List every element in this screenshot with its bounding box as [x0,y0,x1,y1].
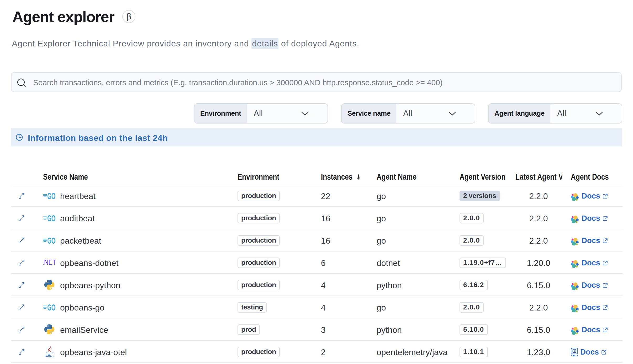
svg-text:GO: GO [47,214,55,222]
svg-text:GO: GO [47,303,55,311]
svg-text:GO: GO [47,236,55,244]
svg-text:GO: GO [47,192,55,200]
